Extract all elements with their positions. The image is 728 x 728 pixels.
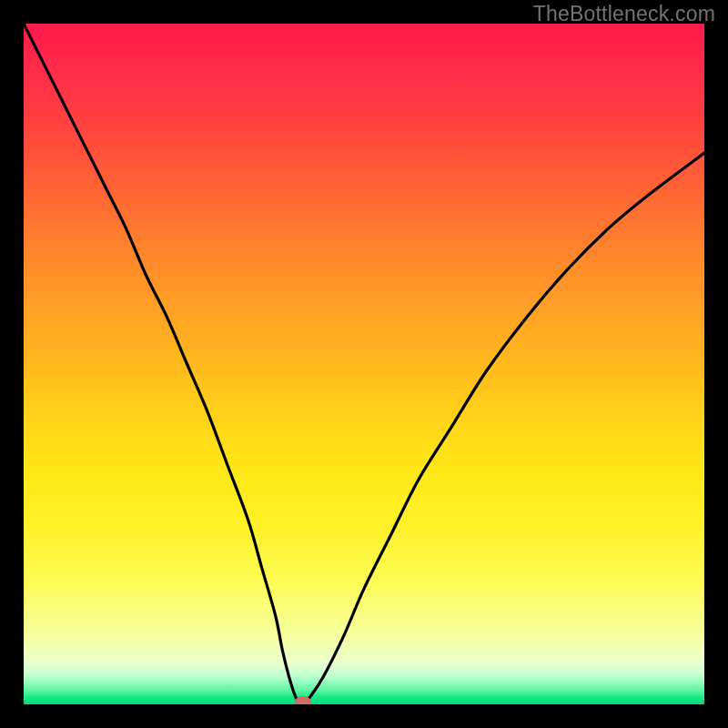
plot-area <box>24 24 704 704</box>
optimal-point-marker <box>295 696 311 704</box>
watermark-text: TheBottleneck.com <box>533 2 715 26</box>
bottleneck-curve <box>24 24 704 704</box>
chart-frame: TheBottleneck.com <box>0 0 728 728</box>
